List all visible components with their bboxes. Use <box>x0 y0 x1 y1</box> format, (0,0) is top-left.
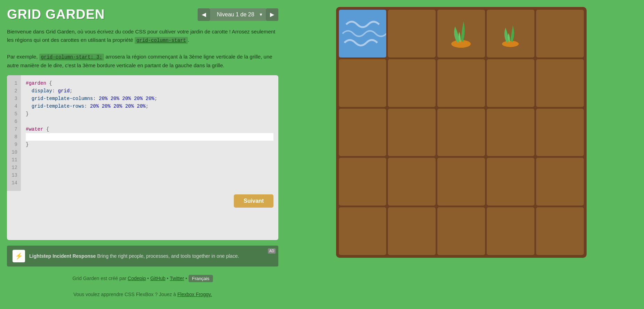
ad-badge: AD <box>268 248 276 254</box>
line-numbers: 1 2 3 4 5 6 7 8 9 10 11 12 13 14 <box>7 75 21 191</box>
code-lines: #garden { display: grid; grid-template-c… <box>21 75 278 191</box>
garden-cell-0-3 <box>487 10 534 57</box>
twitter-link[interactable]: Twitter <box>170 276 184 281</box>
line-num-9: 9 <box>15 141 17 148</box>
garden-cell-0-1 <box>388 10 436 57</box>
code-line-11 <box>26 156 273 164</box>
garden-cell-0-0 <box>339 10 387 57</box>
lang-link[interactable]: Français <box>189 275 213 282</box>
line-num-8: 8 <box>15 133 17 141</box>
code-line-7: #water { <box>26 125 273 133</box>
garden-cell-3-2 <box>437 158 485 206</box>
garden-cell-3-3 <box>487 158 534 206</box>
line-num-4: 4 <box>15 102 17 110</box>
svg-rect-0 <box>339 10 387 57</box>
garden-cell-1-2 <box>437 59 485 107</box>
footer-bottom: Vous voulez apprendre CSS FlexBox ? Joue… <box>7 290 278 302</box>
code-line-12 <box>26 164 273 171</box>
level-navigation: ◀ Niveau 1 de 28 Niveau 2 de 28 Niveau 3… <box>198 8 278 21</box>
desc-para1-after: . <box>188 37 189 43</box>
garden-cell-1-4 <box>536 59 584 107</box>
description-text: Bienvenue dans Grid Garden, où vous écri… <box>7 28 278 70</box>
ad-description: Bring the right people, processes, and t… <box>97 253 239 259</box>
garden-cell-4-4 <box>536 207 584 255</box>
garden-cell-2-2 <box>437 109 485 156</box>
code-line-13 <box>26 171 273 179</box>
code-line-4: grid-template-rows: 20% 20% 20% 20% 20%; <box>26 102 273 110</box>
garden-cell-1-1 <box>388 59 436 107</box>
garden-cell-3-4 <box>536 158 584 206</box>
ad-banner: ⚡ Lightstep Incident Response Bring the … <box>7 246 278 266</box>
code-line-5: } <box>26 110 273 118</box>
line-num-6: 6 <box>15 118 17 125</box>
garden-cell-4-0 <box>339 207 387 255</box>
editor-footer: Suivant <box>7 191 278 211</box>
garden-cell-3-1 <box>388 158 436 206</box>
desc-para1-code: grid-column-start <box>135 37 188 44</box>
app-title: GRID GARDEN <box>7 7 105 22</box>
garden-cell-2-4 <box>536 109 584 156</box>
ad-icon: ⚡ <box>13 250 25 262</box>
ad-brand: Lightstep Incident Response <box>29 253 96 259</box>
line-num-3: 3 <box>15 95 17 102</box>
garden-cell-2-3 <box>487 109 534 156</box>
ad-text: Lightstep Incident Response Bring the ri… <box>29 253 239 259</box>
garden-cell-0-4 <box>536 10 584 57</box>
garden-cell-2-1 <box>388 109 436 156</box>
code-line-2: display: grid; <box>26 87 273 95</box>
garden-cell-4-2 <box>437 207 485 255</box>
desc-para2-before: Par exemple, <box>7 54 39 60</box>
line-num-2: 2 <box>15 87 17 95</box>
footer-credit: Grid Garden est créé par <box>72 276 126 281</box>
code-line-6 <box>26 118 273 125</box>
prev-level-button[interactable]: ◀ <box>198 8 210 21</box>
line-num-7: 7 <box>15 125 17 133</box>
code-line-10 <box>26 148 273 156</box>
garden-grid <box>336 7 587 258</box>
line-num-12: 12 <box>11 164 17 171</box>
garden-cell-4-3 <box>487 207 534 255</box>
codepip-link[interactable]: Codepip <box>128 276 146 281</box>
code-line-3: grid-template-columns: 20% 20% 20% 20% 2… <box>26 95 273 102</box>
line-num-1: 1 <box>15 79 17 87</box>
footer-bullet1: • <box>147 276 150 281</box>
garden-cell-1-3 <box>487 59 534 107</box>
code-line-9: } <box>26 141 273 148</box>
svg-point-1 <box>451 40 471 48</box>
line-num-14: 14 <box>11 179 17 187</box>
code-line-8[interactable] <box>26 133 273 141</box>
line-num-5: 5 <box>15 110 17 118</box>
desc-para2-code: grid-column-start: 3; <box>39 54 104 61</box>
footer-links: Grid Garden est créé par Codepip • GitHu… <box>7 272 278 285</box>
garden-cell-1-0 <box>339 59 387 107</box>
line-num-13: 13 <box>11 171 17 179</box>
svg-point-2 <box>502 41 519 47</box>
css-input[interactable] <box>26 133 273 141</box>
code-line-1: #garden { <box>26 79 273 87</box>
github-link[interactable]: GitHub <box>150 276 166 281</box>
footer-bullet3: • <box>185 276 189 281</box>
garden-cell-4-1 <box>388 207 436 255</box>
line-num-10: 10 <box>11 148 17 156</box>
flexbox-link[interactable]: Flexbox Froggy. <box>177 292 212 297</box>
next-level-nav-button[interactable]: ▶ <box>266 8 278 21</box>
code-line-14 <box>26 179 273 187</box>
garden-cell-0-2 <box>437 10 485 57</box>
flexbox-text: Vous voulez apprendre CSS FlexBox ? Joue… <box>73 292 177 297</box>
garden-cell-2-0 <box>339 109 387 156</box>
line-num-11: 11 <box>11 156 17 164</box>
next-button[interactable]: Suivant <box>234 194 273 208</box>
code-editor: 1 2 3 4 5 6 7 8 9 10 11 12 13 14 <box>7 75 278 240</box>
garden-panel <box>285 7 637 302</box>
footer-bullet2: • <box>167 276 170 281</box>
level-select[interactable]: Niveau 1 de 28 Niveau 2 de 28 Niveau 3 d… <box>210 8 266 21</box>
garden-cell-3-0 <box>339 158 387 206</box>
